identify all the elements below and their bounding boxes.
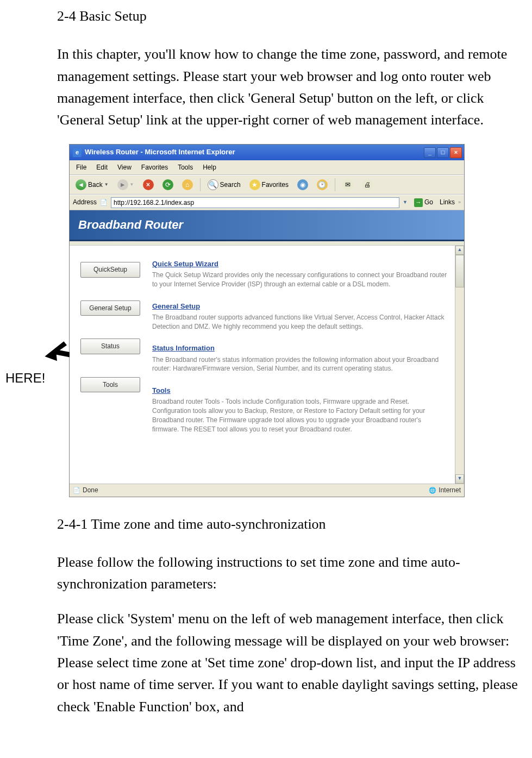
desc-general-setup: The Broadband router supports advanced f… xyxy=(152,313,448,331)
favorites-label: Favorites xyxy=(262,180,289,190)
status-right-text: Internet xyxy=(439,485,461,496)
router-sidebar: QuickSetup General Setup Status Tools xyxy=(70,246,147,484)
minimize-button[interactable]: _ xyxy=(424,147,436,158)
address-input[interactable] xyxy=(111,197,399,208)
home-icon: ⌂ xyxy=(182,179,193,190)
refresh-icon: ⟳ xyxy=(162,179,173,190)
search-button[interactable]: 🔍 Search xyxy=(205,178,243,192)
media-icon: ◉ xyxy=(297,179,308,190)
subsection-heading: 2-4-1 Time zone and time auto-synchroniz… xyxy=(57,513,527,535)
toolbar-sep-1 xyxy=(200,178,201,191)
back-chevron-icon: ▼ xyxy=(104,181,109,188)
scroll-thumb[interactable] xyxy=(455,255,464,287)
internet-zone-icon: 🌐 xyxy=(429,486,436,494)
forward-chevron-icon: ▼ xyxy=(130,181,134,188)
router-content: Quick Setup Wizard The Quick Setup Wizar… xyxy=(147,246,464,484)
router-brand-header: Broadband Router xyxy=(70,210,464,241)
menu-view[interactable]: View xyxy=(113,161,136,174)
go-icon: → xyxy=(414,198,423,207)
menu-edit[interactable]: Edit xyxy=(92,161,112,174)
stop-icon: × xyxy=(143,179,154,190)
link-status-information[interactable]: Status Information xyxy=(152,343,448,354)
favorites-button[interactable]: ★ Favorites xyxy=(247,178,291,192)
links-label[interactable]: Links xyxy=(440,197,455,208)
browser-status-bar: 📄 Done 🌐 Internet xyxy=(70,484,464,497)
search-icon: 🔍 xyxy=(208,179,218,190)
done-icon: 📄 xyxy=(73,486,80,494)
here-annotation: HERE! xyxy=(5,368,45,388)
sidebar-item-quicksetup[interactable]: QuickSetup xyxy=(80,262,140,278)
history-icon: 🕑 xyxy=(317,179,328,190)
home-button[interactable]: ⌂ xyxy=(179,178,196,192)
section-general-setup: General Setup The Broadband router suppo… xyxy=(152,301,448,331)
intro-paragraph: In this chapter, you'll know how to chan… xyxy=(57,43,523,131)
star-icon: ★ xyxy=(249,179,260,190)
address-bar: Address 📄 ▼ → Go Links » xyxy=(70,195,464,210)
menu-favorites[interactable]: Favorites xyxy=(137,161,172,174)
media-button[interactable]: ◉ xyxy=(295,178,311,192)
address-label: Address xyxy=(73,197,97,208)
router-subheader xyxy=(70,241,464,246)
ie-icon: e xyxy=(73,148,82,157)
window-titlebar: e Wireless Router - Microsoft Internet E… xyxy=(70,145,464,160)
link-quick-setup-wizard[interactable]: Quick Setup Wizard xyxy=(152,259,448,270)
mail-icon: ✉ xyxy=(342,179,353,190)
toolbar: ◄ Back ▼ ► ▼ × ⟳ ⌂ 🔍 Search ★ Favorites … xyxy=(70,175,464,195)
maximize-button[interactable]: □ xyxy=(437,147,449,158)
paragraph-3: Please click 'System' menu on the left o… xyxy=(57,608,523,717)
forward-icon: ► xyxy=(117,179,128,190)
scroll-down-button[interactable]: ▼ xyxy=(455,474,464,484)
links-chevron-icon: » xyxy=(458,199,461,206)
menu-help[interactable]: Help xyxy=(198,161,221,174)
scroll-track[interactable] xyxy=(455,287,464,474)
section-status-info: Status Information The Broadband router'… xyxy=(152,343,448,373)
paragraph-2: Please follow the following instructions… xyxy=(57,552,523,596)
desc-tools: Broadband router Tools - Tools include C… xyxy=(152,397,448,434)
desc-quick-setup: The Quick Setup Wizard provides only the… xyxy=(152,271,448,289)
menu-bar: File Edit View Favorites Tools Help xyxy=(70,160,464,176)
back-label: Back xyxy=(88,180,103,190)
address-chevron-icon[interactable]: ▼ xyxy=(403,199,408,206)
desc-status-info: The Broadband router's status informatio… xyxy=(152,355,448,374)
mail-button[interactable]: ✉ xyxy=(340,178,356,192)
window-title: Wireless Router - Microsoft Internet Exp… xyxy=(85,147,424,158)
link-tools[interactable]: Tools xyxy=(152,385,448,396)
print-icon: 🖨 xyxy=(362,179,373,190)
toolbar-sep-2 xyxy=(335,178,335,191)
link-general-setup[interactable]: General Setup xyxy=(152,301,448,312)
browser-screenshot: e Wireless Router - Microsoft Internet E… xyxy=(69,144,465,497)
go-label: Go xyxy=(424,197,433,208)
menu-tools[interactable]: Tools xyxy=(173,161,197,174)
history-button[interactable]: 🕑 xyxy=(314,178,330,192)
scroll-up-button[interactable]: ▲ xyxy=(455,246,464,255)
print-button[interactable]: 🖨 xyxy=(359,178,375,192)
window-controls: _ □ × xyxy=(424,147,462,158)
status-left-text: Done xyxy=(83,485,98,496)
section-heading: 2-4 Basic Setup xyxy=(57,5,527,27)
go-button[interactable]: → Go xyxy=(411,197,436,208)
search-label: Search xyxy=(220,180,241,190)
sidebar-item-status[interactable]: Status xyxy=(80,339,140,354)
page-icon: 📄 xyxy=(100,199,108,206)
sidebar-item-tools[interactable]: Tools xyxy=(80,377,140,393)
close-button[interactable]: × xyxy=(450,147,462,158)
refresh-button[interactable]: ⟳ xyxy=(160,178,176,192)
menu-file[interactable]: File xyxy=(72,161,91,174)
back-icon: ◄ xyxy=(76,179,86,190)
section-quick-setup: Quick Setup Wizard The Quick Setup Wizar… xyxy=(152,259,448,289)
section-tools: Tools Broadband router Tools - Tools inc… xyxy=(152,385,448,434)
forward-button[interactable]: ► ▼ xyxy=(115,178,137,192)
content-scrollbar[interactable]: ▲ ▼ xyxy=(455,246,464,484)
stop-button[interactable]: × xyxy=(140,178,157,192)
back-button[interactable]: ◄ Back ▼ xyxy=(73,178,111,192)
router-body: QuickSetup General Setup Status Tools Qu… xyxy=(70,246,464,484)
sidebar-item-general-setup[interactable]: General Setup xyxy=(80,300,140,316)
